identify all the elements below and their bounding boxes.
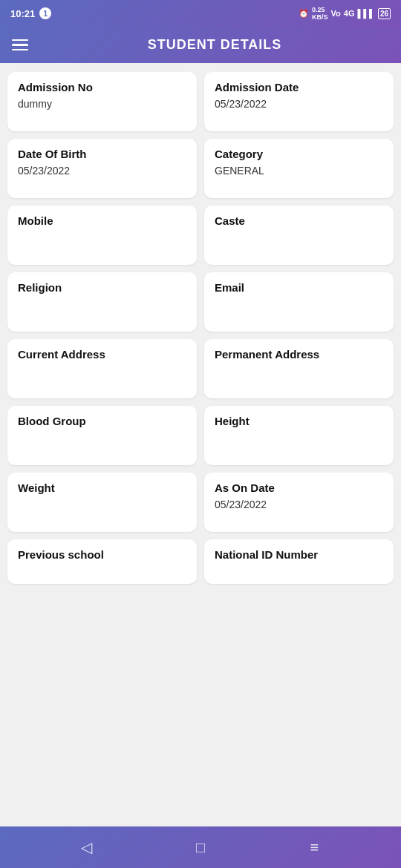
status-bar: 10:21 1 ⏰ 0.25KB/S Vo 4G ▌▌▌ 26 (0, 0, 401, 27)
mobile-card: Mobile (7, 206, 197, 265)
caste-card: Caste (204, 206, 394, 265)
detail-row-6: Blood Group Height (7, 406, 394, 465)
category-card: Category GENERAL (204, 139, 394, 198)
detail-row-1: Admission No dummy Admission Date 05/23/… (7, 72, 394, 131)
previous-school-label: Previous school (18, 548, 186, 561)
page-title: STUDENT DETAILS (40, 37, 389, 53)
dob-value: 05/23/2022 (18, 165, 186, 177)
admission-date-value: 05/23/2022 (215, 98, 383, 110)
previous-school-card: Previous school (7, 539, 197, 584)
as-on-date-card: As On Date 05/23/2022 (204, 473, 394, 532)
detail-row-4: Religion Email (7, 272, 394, 332)
options-button[interactable]: ≡ (301, 834, 327, 861)
admission-no-value: dummy (18, 98, 186, 110)
caste-label: Caste (215, 214, 383, 227)
as-on-date-label: As On Date (215, 481, 383, 494)
main-content: Admission No dummy Admission Date 05/23/… (0, 63, 401, 826)
email-label: Email (215, 281, 383, 294)
national-id-card: National ID Number (204, 539, 394, 584)
detail-row-2: Date Of Birth 05/23/2022 Category GENERA… (7, 139, 394, 198)
battery-indicator: 26 (378, 8, 391, 19)
weight-card: Weight (7, 473, 197, 532)
dob-label: Date Of Birth (18, 148, 186, 160)
wifi-icon: ▌▌▌ (357, 9, 374, 18)
home-button[interactable]: □ (187, 834, 214, 861)
admission-no-card: Admission No dummy (7, 72, 197, 131)
permanent-address-label: Permanent Address (215, 348, 383, 361)
as-on-date-value: 05/23/2022 (215, 499, 383, 510)
dob-card: Date Of Birth 05/23/2022 (7, 139, 197, 198)
menu-button[interactable] (12, 39, 28, 51)
speed-indicator: 0.25KB/S (312, 6, 328, 21)
detail-row-5: Current Address Permanent Address (7, 339, 394, 398)
weight-label: Weight (18, 481, 186, 494)
height-label: Height (215, 415, 383, 427)
alarm-icon: ⏰ (299, 9, 309, 19)
mobile-label: Mobile (18, 214, 186, 227)
current-address-label: Current Address (18, 348, 186, 361)
national-id-label: National ID Number (215, 548, 383, 561)
religion-card: Religion (7, 272, 197, 332)
signal-icon: Vo (331, 9, 341, 18)
detail-row-8: Previous school National ID Number (7, 539, 394, 584)
notification-badge: 1 (39, 7, 51, 19)
admission-date-label: Admission Date (215, 81, 383, 93)
network-icon: 4G (344, 9, 355, 18)
detail-row-7: Weight As On Date 05/23/2022 (7, 473, 394, 532)
admission-date-card: Admission Date 05/23/2022 (204, 72, 394, 131)
height-card: Height (204, 406, 394, 465)
blood-group-label: Blood Group (18, 415, 186, 427)
status-left: 10:21 1 (10, 7, 51, 19)
status-right: ⏰ 0.25KB/S Vo 4G ▌▌▌ 26 (299, 6, 391, 21)
current-address-card: Current Address (7, 339, 197, 398)
permanent-address-card: Permanent Address (204, 339, 394, 398)
admission-no-label: Admission No (18, 81, 186, 93)
category-value: GENERAL (215, 165, 383, 177)
email-card: Email (204, 272, 394, 332)
religion-label: Religion (18, 281, 186, 294)
time: 10:21 (10, 8, 35, 19)
detail-row-3: Mobile Caste (7, 206, 394, 265)
blood-group-card: Blood Group (7, 406, 197, 465)
back-button[interactable]: ◁ (74, 834, 100, 861)
bottom-nav: ◁ □ ≡ (0, 826, 401, 868)
app-header: STUDENT DETAILS (0, 27, 401, 63)
category-label: Category (215, 148, 383, 160)
